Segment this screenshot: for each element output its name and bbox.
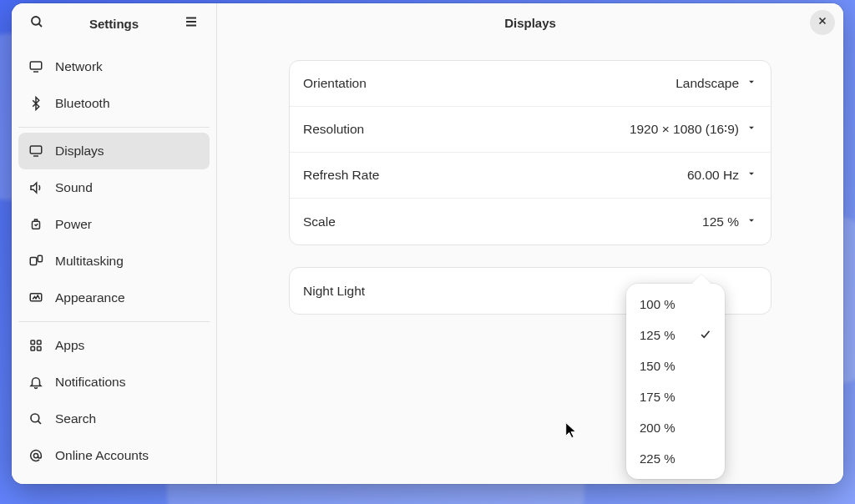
scale-option-label: 125 % (640, 328, 675, 342)
svg-rect-12 (38, 255, 42, 262)
search-icon (29, 14, 44, 33)
svg-rect-16 (31, 347, 35, 351)
settings-window: Settings Network Bluetooth (12, 3, 843, 484)
sidebar-item-label: Bluetooth (55, 96, 110, 111)
sidebar-separator (18, 321, 210, 322)
resolution-row[interactable]: Resolution 1920 × 1080 (16∶9) (290, 107, 771, 153)
apps-icon (28, 338, 43, 353)
sidebar-item-sound[interactable]: Sound (18, 169, 210, 206)
orientation-value: Landscape (675, 76, 757, 91)
sidebar-item-label: Online Accounts (55, 448, 149, 463)
scale-option-label: 200 % (640, 421, 675, 435)
svg-rect-11 (30, 258, 37, 265)
chevron-down-icon (746, 76, 757, 91)
sidebar-header: Settings (12, 3, 216, 43)
display-icon (28, 59, 43, 74)
close-icon (817, 15, 828, 30)
hamburger-icon (184, 14, 199, 33)
svg-line-19 (38, 421, 41, 424)
row-value-text: Landscape (675, 76, 739, 91)
sidebar-item-label: Multitasking (55, 254, 124, 269)
bell-icon (28, 375, 43, 390)
search-button[interactable] (23, 10, 50, 37)
row-label: Night Light (303, 284, 365, 299)
bluetooth-icon (28, 96, 43, 111)
resolution-value: 1920 × 1080 (16∶9) (630, 122, 757, 137)
sidebar-item-power[interactable]: Power (18, 206, 210, 243)
svg-rect-7 (30, 146, 42, 154)
svg-rect-14 (31, 340, 35, 345)
display-settings-group: Orientation Landscape Resolution 1920 × … (289, 60, 772, 245)
svg-rect-5 (30, 62, 42, 69)
svg-rect-15 (38, 340, 42, 345)
sidebar-item-label: Power (55, 217, 92, 232)
scale-value: 125 % (702, 214, 757, 229)
page-title: Displays (504, 16, 556, 30)
svg-point-0 (32, 17, 40, 25)
scale-option-150[interactable]: 150 % (631, 350, 720, 381)
sidebar-item-label: Appearance (55, 290, 125, 305)
svg-rect-13 (30, 294, 42, 301)
close-button[interactable] (810, 10, 835, 35)
sidebar-item-search[interactable]: Search (18, 401, 210, 437)
search-icon (28, 411, 43, 426)
chevron-down-icon (746, 168, 757, 183)
scale-popover: 100 % 125 % 150 % 175 % 200 % 225 % (626, 284, 725, 479)
at-icon (28, 448, 43, 463)
sidebar-item-displays[interactable]: Displays (18, 133, 210, 169)
sidebar-item-bluetooth[interactable]: Bluetooth (18, 85, 210, 122)
content-area: Orientation Landscape Resolution 1920 × … (217, 43, 843, 484)
main-header: Displays (217, 3, 843, 43)
row-label: Resolution (303, 122, 364, 137)
sidebar-nav: Network Bluetooth Displays Soun (12, 43, 216, 474)
scale-option-label: 150 % (640, 359, 675, 373)
check-icon (699, 328, 711, 343)
sidebar-item-label: Network (55, 59, 103, 74)
sidebar-item-label: Search (55, 411, 96, 426)
svg-point-20 (33, 453, 38, 457)
refresh-rate-value: 60.00 Hz (687, 168, 757, 183)
sidebar-item-multitasking[interactable]: Multitasking (18, 243, 210, 280)
chevron-down-icon (746, 214, 757, 229)
scale-option-100[interactable]: 100 % (631, 289, 720, 320)
sidebar-item-online-accounts[interactable]: Online Accounts (18, 437, 210, 474)
sidebar-item-label: Displays (55, 144, 104, 159)
sidebar: Settings Network Bluetooth (12, 3, 217, 484)
scale-option-225[interactable]: 225 % (631, 443, 720, 474)
chevron-down-icon (746, 122, 757, 137)
orientation-row[interactable]: Orientation Landscape (290, 61, 771, 107)
sidebar-item-network[interactable]: Network (18, 48, 210, 85)
row-value-text: 125 % (702, 214, 739, 229)
svg-marker-9 (31, 183, 37, 193)
power-icon (28, 217, 43, 232)
menu-button[interactable] (178, 10, 205, 37)
row-value-text: 1920 × 1080 (16∶9) (630, 122, 739, 137)
sound-icon (28, 180, 43, 195)
main-panel: Displays Orientation Landscape Resolutio… (217, 3, 843, 484)
scale-option-label: 225 % (640, 451, 675, 466)
scale-option-175[interactable]: 175 % (631, 381, 720, 412)
scale-row[interactable]: Scale 125 % (290, 199, 771, 244)
sidebar-item-label: Notifications (55, 375, 125, 390)
refresh-rate-row[interactable]: Refresh Rate 60.00 Hz (290, 153, 771, 199)
sidebar-item-label: Sound (55, 180, 93, 195)
sidebar-item-apps[interactable]: Apps (18, 327, 210, 364)
appearance-icon (28, 290, 43, 305)
row-label: Refresh Rate (303, 168, 379, 183)
sidebar-title: Settings (89, 17, 139, 31)
sidebar-item-notifications[interactable]: Notifications (18, 364, 210, 401)
display-icon (28, 144, 43, 159)
multitasking-icon (28, 254, 43, 269)
scale-option-200[interactable]: 200 % (631, 412, 720, 443)
scale-option-label: 175 % (640, 390, 675, 404)
row-label: Scale (303, 214, 336, 229)
svg-point-18 (31, 414, 39, 422)
row-label: Orientation (303, 76, 367, 91)
row-value-text: 60.00 Hz (687, 168, 739, 183)
svg-rect-17 (38, 347, 42, 351)
scale-option-label: 100 % (640, 297, 675, 311)
svg-line-1 (38, 23, 42, 27)
sidebar-item-appearance[interactable]: Appearance (18, 280, 210, 316)
sidebar-separator (18, 127, 210, 128)
scale-option-125[interactable]: 125 % (631, 320, 720, 350)
